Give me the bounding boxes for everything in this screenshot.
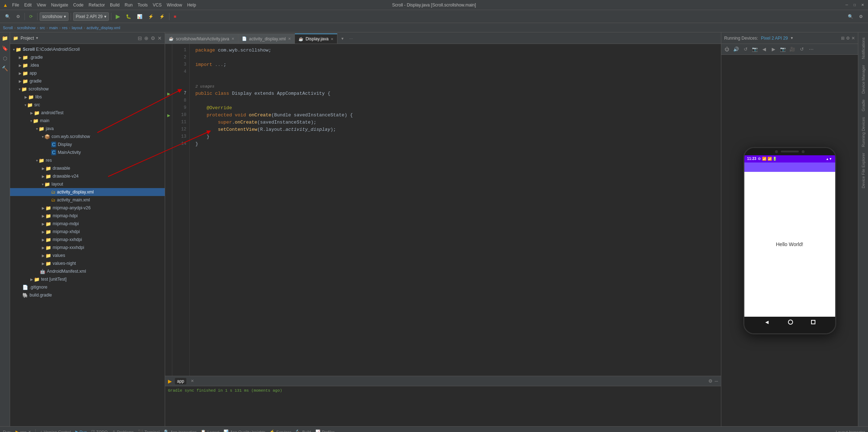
tree-mipmap-xxhdpi[interactable]: ▶ 📁 mipmap-xxhdpi [10, 236, 165, 244]
tree-mipmap-hdpi[interactable]: ▶ 📁 mipmap-hdpi [10, 212, 165, 220]
dt-forward-btn[interactable]: ▶ [770, 45, 778, 53]
tree-mipmap-mdpi[interactable]: ▶ 📁 mipmap-mdpi [10, 220, 165, 228]
menu-code[interactable]: Code [73, 3, 84, 8]
device-dropdown[interactable]: scrollshow ▾ [40, 12, 68, 21]
maximize-button[interactable]: □ [852, 3, 857, 8]
tree-build-gradle[interactable]: ▶ 🐘 build.gradle [10, 291, 165, 299]
collapse-all-icon[interactable]: ⊟ [138, 35, 142, 41]
breadcrumb-layout[interactable]: layout [72, 26, 82, 30]
project-type-dropdown[interactable]: ▾ [36, 36, 38, 40]
tab-dropdown-arrow[interactable]: ▾ [337, 34, 347, 44]
bottom-version-control[interactable]: ⑃ Version Control [40, 430, 71, 432]
rd-settings-icon[interactable]: ⚙ [846, 36, 850, 41]
minimize-button[interactable]: ─ [844, 3, 849, 8]
panel-close-icon[interactable]: ✕ [158, 35, 162, 41]
breadcrumb-file[interactable]: activity_display.xml [87, 26, 120, 30]
tree-src[interactable]: ▾ 📁 src [10, 101, 165, 109]
tree-mipmap-xxxhdpi[interactable]: ▶ 📁 mipmap-xxxhdpi [10, 244, 165, 251]
dt-volume-btn[interactable]: 🔊 [732, 45, 740, 53]
profile-button[interactable]: 📊 [135, 12, 145, 21]
tree-values[interactable]: ▶ 📁 values [10, 251, 165, 259]
tree-display-java[interactable]: ▶ C Display [10, 141, 165, 148]
breadcrumb-main[interactable]: main [49, 26, 58, 30]
tab-close-display-java[interactable]: ✕ [331, 37, 333, 41]
tab-activity-display[interactable]: 📄 activity_display.xml ✕ [238, 34, 295, 44]
device-file-explorer-label[interactable]: Device File Explorer [860, 151, 866, 190]
toolbar-sync-btn[interactable]: ⟳ [27, 12, 35, 21]
bottom-run-item[interactable]: ▶ Run [75, 429, 87, 432]
tree-idea[interactable]: ▶ 📁 .idea [10, 61, 165, 69]
phone-home-btn[interactable] [788, 320, 793, 325]
tree-java[interactable]: ▾ 📁 java [10, 125, 165, 133]
tree-drawable[interactable]: ▶ 📁 drawable [10, 164, 165, 172]
code-editor[interactable]: package com.wyb.scrollshow; import ...; … [190, 44, 721, 376]
tab-more-options[interactable]: ⋯ [347, 34, 355, 44]
gradle-label[interactable]: Gradle [860, 97, 866, 113]
run-tab-app[interactable]: app [175, 378, 186, 384]
notifications-label[interactable]: Notifications [860, 35, 866, 61]
rd-expand-icon[interactable]: ⊞ [841, 36, 845, 41]
breadcrumb-scroll[interactable]: Scroll [3, 26, 13, 30]
tree-scroll-root[interactable]: ▾ 📁 Scroll E:\Code\Android\Scroll [10, 45, 165, 53]
running-devices-label[interactable]: Running Devices [860, 115, 866, 149]
tree-layout[interactable]: ▾ 📁 layout [10, 180, 165, 188]
stop-button[interactable]: ■ [172, 12, 178, 21]
tree-main[interactable]: ▾ 📁 main [10, 117, 165, 125]
toolbar-settings-btn[interactable]: ⚙ [14, 12, 22, 21]
run-settings-icon[interactable]: ⚙ [708, 378, 713, 384]
breadcrumb-scrollshow[interactable]: scrollshow [17, 26, 35, 30]
menu-build[interactable]: Build [110, 3, 120, 8]
run-tab-close[interactable]: ✕ [191, 379, 194, 383]
menu-navigate[interactable]: Navigate [51, 3, 68, 8]
dt-screenshot-btn[interactable]: 📷 [751, 45, 759, 53]
tree-package[interactable]: ▾ 📦 com.wyb.scrollshow [10, 133, 165, 141]
tree-androidtest[interactable]: ▶ 📁 androidTest [10, 109, 165, 117]
menu-edit[interactable]: Edit [24, 3, 32, 8]
phone-back-btn[interactable]: ◀ [764, 319, 770, 325]
build-variants-icon[interactable]: 🔨 [1, 64, 9, 73]
dt-more-btn[interactable]: ⋯ [807, 45, 815, 53]
bottom-layout-inspector[interactable]: Layout Inspector [836, 430, 865, 432]
dt-refresh-btn[interactable]: ↺ [798, 45, 806, 53]
tree-gitignore[interactable]: ▶ 📄 .gitignore [10, 283, 165, 291]
menu-vcs[interactable]: VCS [153, 3, 162, 8]
close-button[interactable]: ✕ [860, 3, 865, 8]
bottom-terminal[interactable]: ⬛ Terminal [138, 429, 160, 432]
tree-gradle[interactable]: ▶ 📁 gradle [10, 77, 165, 85]
tab-close-mainactivity[interactable]: ✕ [231, 37, 234, 41]
device-manager-label[interactable]: Device Manager [860, 63, 866, 96]
bottom-services[interactable]: ⚡ Services [270, 429, 291, 432]
run-pin-icon[interactable]: ─ [715, 378, 718, 384]
api-dropdown[interactable]: Pixel 2 API 29 ▾ [73, 12, 109, 21]
bookmarks-icon[interactable]: 🔖 [1, 44, 9, 53]
tree-res[interactable]: ▾ 📁 res [10, 156, 165, 164]
panel-settings-icon[interactable]: ⚙ [151, 35, 155, 41]
tree-activity-main-xml[interactable]: ▶ 🗂 activity_main.xml [10, 196, 165, 204]
toolbar-search-btn[interactable]: 🔍 [3, 12, 13, 21]
structure-icon[interactable]: ⬡ [1, 54, 9, 63]
menu-window[interactable]: Window [167, 3, 182, 8]
tree-activity-display-xml[interactable]: ▶ 🗂 activity_display.xml [10, 188, 165, 196]
debug-button[interactable]: 🐛 [124, 12, 133, 21]
tree-test[interactable]: ▶ 📁 test [unitTest] [10, 275, 165, 283]
gutter-10[interactable]: ▶ [165, 112, 172, 119]
bottom-app-quality[interactable]: 📊 App Quality Insights [223, 429, 265, 432]
dt-power-btn[interactable]: ⏻ [723, 45, 731, 53]
dt-rotate-btn[interactable]: ↺ [741, 45, 749, 53]
tree-scrollshow[interactable]: ▾ 📁 scrollshow [10, 85, 165, 93]
bottom-logcat[interactable]: 📋 Logcat [201, 429, 219, 432]
tree-libs[interactable]: ▶ 📁 libs [10, 93, 165, 101]
bottom-app-tab[interactable]: ▶ app ✕ [15, 429, 31, 432]
bottom-todo[interactable]: ☑ TODO [91, 429, 108, 432]
run-app-close[interactable]: ✕ [28, 430, 31, 432]
menu-run[interactable]: Run [125, 3, 133, 8]
tree-values-night[interactable]: ▶ 📁 values-night [10, 259, 165, 267]
tree-mipmap-anydpi[interactable]: ▶ 📁 mipmap-anydpi-v26 [10, 204, 165, 212]
tree-gradle-hidden[interactable]: ▶ 📁 .gradle [10, 53, 165, 61]
tab-close-display-xml[interactable]: ✕ [288, 37, 291, 41]
tab-display-java[interactable]: ☕ Display.java ✕ [295, 34, 338, 44]
tree-androidmanifest[interactable]: ▶ 🤖 AndroidManifest.xml [10, 267, 165, 275]
breadcrumb-res[interactable]: res [62, 26, 67, 30]
dt-camera-btn[interactable]: 📷 [779, 45, 787, 53]
phone-recents-btn[interactable] [811, 320, 815, 324]
